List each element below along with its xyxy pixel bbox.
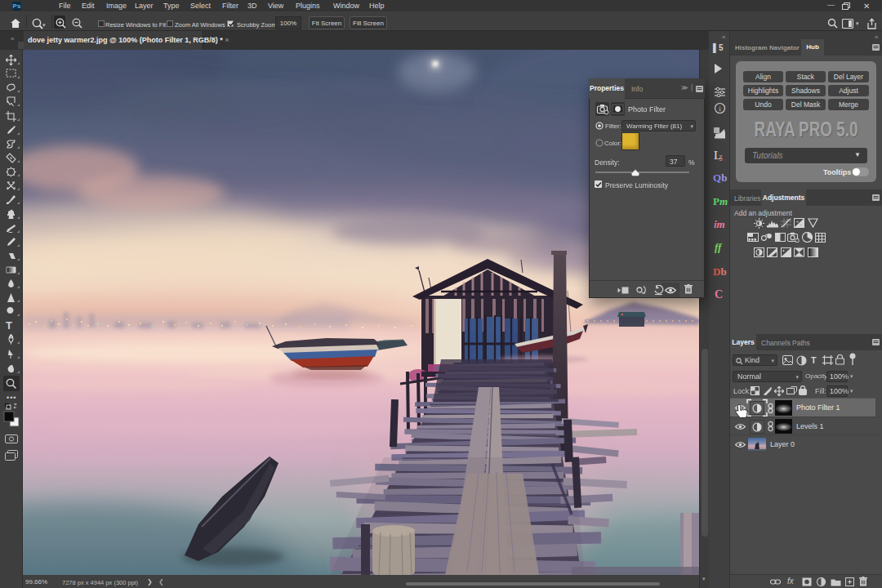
svg-text:+: + bbox=[796, 219, 799, 224]
svg-text:i: i bbox=[719, 105, 721, 113]
